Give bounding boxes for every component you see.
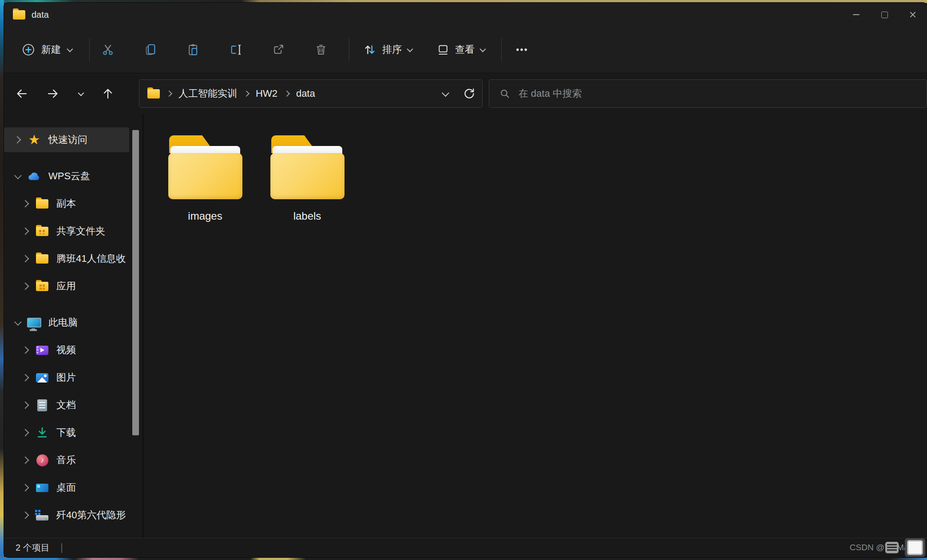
chevron-right-icon[interactable] <box>22 429 29 437</box>
delete-button[interactable] <box>308 36 334 63</box>
minimize-button[interactable] <box>842 3 870 27</box>
search-bar[interactable] <box>489 79 927 108</box>
folder-icon <box>36 254 48 264</box>
chevron-right-icon[interactable] <box>14 136 21 144</box>
large-icons-view-icon <box>907 540 923 555</box>
sidebar-item-label: WPS云盘 <box>48 170 90 183</box>
cloud-icon <box>27 169 41 183</box>
chevron-right-icon[interactable] <box>22 347 29 354</box>
sort-button[interactable]: 排序 <box>356 36 419 63</box>
sidebar-item-downloads[interactable]: 下载 <box>4 420 143 445</box>
sidebar-item-fuben[interactable]: 副本 <box>4 191 143 216</box>
large-icons-view-button[interactable] <box>905 538 925 557</box>
chevron-right-icon[interactable] <box>22 484 29 492</box>
folder-tile-labels[interactable]: labels <box>268 133 347 222</box>
music-icon <box>36 454 48 466</box>
chevron-right-icon[interactable] <box>22 374 29 382</box>
maximize-button[interactable] <box>870 3 899 27</box>
pictures-icon <box>36 373 48 383</box>
more-options-button[interactable] <box>509 36 535 63</box>
sidebar-item-label: 腾班41人信息收 <box>56 252 126 265</box>
back-arrow-icon <box>15 87 28 100</box>
copy-button[interactable] <box>138 36 163 63</box>
chevron-down-icon[interactable] <box>14 318 22 326</box>
close-button[interactable] <box>899 3 927 27</box>
chevron-down-icon <box>407 46 413 52</box>
rename-icon <box>229 43 242 56</box>
new-button[interactable]: 新建 <box>16 36 78 63</box>
chevron-right-icon[interactable] <box>22 457 29 464</box>
file-explorer-window: data 新建 <box>4 3 927 557</box>
navigation-bar: 人工智能实训 HW2 data <box>4 73 927 114</box>
sidebar-item-desktop[interactable]: 桌面 <box>4 475 143 500</box>
sidebar-item-label: 共享文件夹 <box>56 225 105 238</box>
folder-icon <box>13 10 25 20</box>
desktop-background-bottom <box>0 557 927 560</box>
breadcrumb-item[interactable]: 人工智能实训 <box>175 85 241 102</box>
sidebar-item-system-drive[interactable]: 歼40第六代隐形 <box>4 503 143 528</box>
details-view-icon <box>885 542 899 553</box>
star-icon <box>27 133 41 147</box>
refresh-icon[interactable] <box>463 87 476 100</box>
sidebar-item-videos[interactable]: 视频 <box>4 338 143 363</box>
breadcrumb-folder-icon <box>147 89 160 99</box>
sidebar-item-wps-cloud[interactable]: WPS云盘 <box>4 164 143 189</box>
back-button[interactable] <box>9 81 34 106</box>
sidebar-scrollbar[interactable] <box>132 130 139 435</box>
breadcrumb-separator-icon <box>166 91 172 97</box>
trash-icon <box>314 43 328 56</box>
sidebar-item-this-pc[interactable]: 此电脑 <box>4 310 143 335</box>
paste-button[interactable] <box>180 36 206 63</box>
breadcrumb-item[interactable]: HW2 <box>252 86 281 101</box>
address-dropdown-icon[interactable] <box>442 89 449 97</box>
sidebar-item-label: 副本 <box>56 197 76 210</box>
address-bar[interactable]: 人工智能实训 HW2 data <box>139 79 483 108</box>
recent-locations-button[interactable] <box>68 81 93 106</box>
status-bar: 2 个项目 CSDN @Ye-Maolin <box>4 538 927 557</box>
videos-icon <box>36 346 48 355</box>
navigation-pane: 快速访问 WPS云盘 副本 <box>4 114 143 538</box>
sidebar-item-quick-access[interactable]: 快速访问 <box>4 127 129 152</box>
chevron-right-icon[interactable] <box>22 255 29 263</box>
chevron-down-icon <box>78 90 84 96</box>
sidebar-item-label: 快速访问 <box>48 133 87 146</box>
title-bar[interactable]: data <box>4 3 927 27</box>
copy-icon <box>144 43 157 56</box>
sidebar-item-shared-folder[interactable]: 共享文件夹 <box>4 219 143 244</box>
cut-button[interactable] <box>95 36 121 63</box>
sidebar-item-music[interactable]: 音乐 <box>4 448 143 473</box>
window-title: data <box>32 10 49 20</box>
details-view-button[interactable] <box>882 538 902 557</box>
chevron-right-icon[interactable] <box>22 283 29 290</box>
chevron-down-icon <box>479 46 486 52</box>
sort-button-label: 排序 <box>382 43 402 56</box>
sidebar-item-label: 音乐 <box>56 454 76 467</box>
sidebar-item-apps[interactable]: 应用 <box>4 274 143 299</box>
forward-button[interactable] <box>40 81 65 106</box>
ellipsis-icon <box>514 42 529 57</box>
sidebar-item-pictures[interactable]: 图片 <box>4 365 143 390</box>
sidebar-item-label: 歼40第六代隐形 <box>56 509 126 522</box>
chevron-right-icon[interactable] <box>22 228 29 235</box>
toolbar-divider <box>349 38 349 61</box>
view-button[interactable]: 查看 <box>429 36 491 63</box>
search-input[interactable] <box>518 87 875 100</box>
breadcrumb-item[interactable]: data <box>293 86 319 101</box>
folder-tile-images[interactable]: images <box>166 133 245 222</box>
files-pane[interactable]: images labels <box>143 114 927 538</box>
share-button[interactable] <box>265 36 291 63</box>
up-button[interactable] <box>95 81 120 106</box>
breadcrumb-separator-icon <box>284 91 290 97</box>
chevron-right-icon[interactable] <box>22 512 29 519</box>
view-button-label: 查看 <box>455 43 475 56</box>
downloads-icon <box>35 426 49 440</box>
maximize-icon <box>881 12 888 18</box>
chevron-down-icon[interactable] <box>14 172 22 179</box>
rename-button[interactable] <box>223 36 249 63</box>
sidebar-item-documents[interactable]: 文档 <box>4 393 143 418</box>
command-bar: 新建 <box>4 27 927 73</box>
chevron-right-icon[interactable] <box>22 402 29 409</box>
sidebar-item-tengban-info[interactable]: 腾班41人信息收 <box>4 246 143 271</box>
breadcrumb-separator-icon <box>243 91 250 97</box>
chevron-right-icon[interactable] <box>22 200 29 208</box>
